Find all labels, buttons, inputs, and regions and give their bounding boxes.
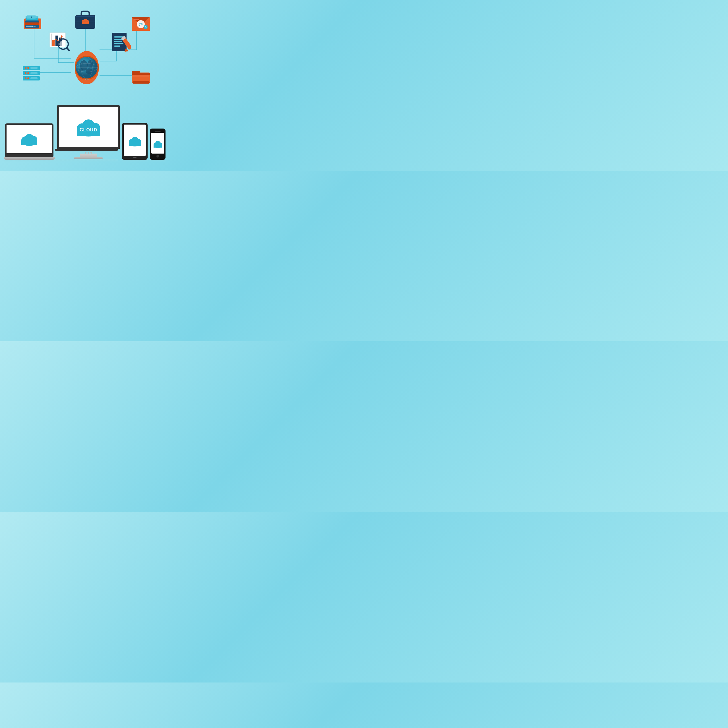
svg-text:⚙: ⚙ (144, 26, 147, 29)
svg-point-36 (27, 72, 29, 74)
svg-rect-69 (132, 75, 149, 77)
svg-point-35 (25, 72, 26, 74)
document-pen-icon (111, 31, 131, 53)
svg-rect-70 (133, 81, 150, 84)
phone-body (150, 128, 165, 160)
svg-rect-15 (25, 23, 39, 25)
svg-point-40 (27, 77, 29, 79)
phone-screen (151, 133, 164, 154)
phone-reflection (150, 160, 165, 162)
svg-point-39 (25, 77, 26, 79)
svg-point-32 (27, 67, 29, 69)
phone-device (150, 128, 165, 162)
monitor-device: CLOUD (57, 105, 120, 162)
svg-rect-52 (114, 43, 124, 44)
gear-globe-icon (68, 49, 102, 83)
svg-text:@: @ (139, 22, 143, 26)
laptop-screen (5, 124, 54, 155)
svg-rect-53 (114, 46, 120, 47)
svg-rect-41 (31, 77, 38, 79)
tablet-reflection (122, 160, 148, 162)
chart-analytics-icon (48, 31, 70, 51)
folder-icon (131, 68, 151, 84)
infographic-scene: JOHN SMIT $ (6, 6, 165, 165)
server-database-icon (21, 66, 43, 81)
svg-rect-96 (129, 142, 141, 146)
svg-text:JOHN SMIT: JOHN SMIT (29, 26, 36, 27)
briefcase-icon (74, 10, 97, 30)
svg-point-28 (60, 40, 67, 48)
email-icon: @ ⚙ (131, 14, 151, 31)
monitor-stand (80, 154, 97, 159)
svg-point-31 (25, 67, 26, 69)
svg-rect-85 (21, 141, 37, 145)
svg-point-76 (86, 68, 92, 74)
tablet-body (122, 123, 148, 160)
svg-rect-68 (132, 73, 150, 75)
tablet-device (122, 123, 148, 162)
wallet-icon: JOHN SMIT $ (23, 14, 43, 30)
devices-group: CLOUD (6, 105, 165, 162)
laptop-device (5, 124, 55, 162)
monitor-reflection (55, 159, 118, 162)
laptop-reflection (4, 160, 55, 162)
svg-rect-37 (31, 72, 38, 74)
phone-home-button (156, 155, 159, 158)
monitor-screen: CLOUD (57, 105, 120, 149)
svg-rect-101 (154, 145, 162, 148)
svg-rect-51 (114, 41, 122, 42)
monitor-bottom-bar (55, 149, 118, 151)
svg-rect-33 (31, 67, 38, 69)
svg-rect-47 (76, 16, 95, 17)
tablet-home-button (133, 157, 136, 158)
svg-text:CLOUD: CLOUD (80, 127, 97, 132)
laptop-base (4, 157, 55, 160)
svg-text:$: $ (31, 15, 32, 18)
phone-speaker (155, 131, 161, 132)
svg-rect-45 (84, 19, 87, 21)
tablet-screen (124, 125, 146, 156)
